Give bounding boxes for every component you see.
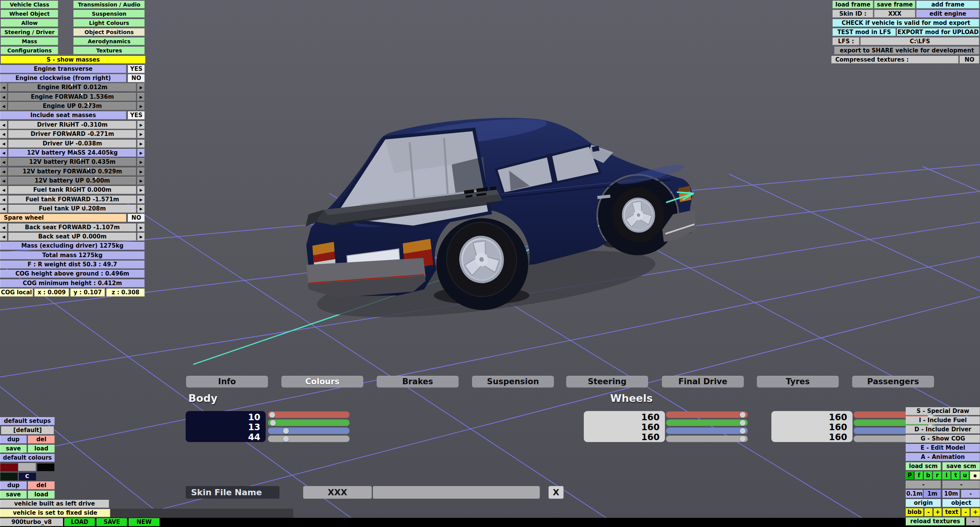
grid-size-1m-active[interactable]: 1m [924, 490, 941, 498]
body-extra-slider[interactable] [268, 436, 350, 442]
menu-suspension[interactable]: Suspension [74, 10, 145, 18]
blob-button[interactable]: blob [906, 508, 923, 516]
colour-dup-button[interactable]: dup [0, 481, 27, 489]
increment-arrow[interactable]: ▶ [137, 168, 145, 176]
menu-transmission-audio[interactable]: Transmission / Audio [74, 1, 145, 8]
tab-steering[interactable]: Steering [566, 376, 648, 388]
decrement-arrow[interactable]: ◀ [0, 102, 7, 110]
view-under-button[interactable]: u [961, 472, 969, 480]
slider-knob[interactable] [270, 420, 276, 426]
animation-button[interactable]: A - Animation [906, 453, 980, 461]
grid-size-0-1m[interactable]: 0.1m [906, 490, 923, 498]
increment-arrow[interactable]: ▶ [137, 158, 145, 166]
view-perspective-button[interactable]: P [906, 472, 914, 480]
load-frame-button[interactable]: load frame [833, 1, 873, 8]
wheels-red-slider[interactable] [666, 411, 748, 418]
grid-size-minus[interactable]: - [961, 490, 980, 498]
menu-textures[interactable]: Textures [74, 47, 145, 54]
tab-final-drive[interactable]: Final Drive [662, 376, 744, 388]
text-minus-button[interactable]: - [962, 508, 970, 516]
special-draw-toggle[interactable]: S - Special Draw [906, 407, 980, 415]
view-front-button[interactable]: f [915, 472, 923, 480]
decrement-arrow[interactable]: ◀ [0, 233, 7, 241]
spinner-track[interactable]: Fuel tank RIGHT 0.000m [8, 186, 136, 194]
decrement-arrow[interactable]: ◀ [0, 186, 7, 194]
fuel-forward-spinner[interactable]: ◀ Fuel tank FORWARD -1.571m ▶ [0, 196, 145, 204]
decrement-arrow[interactable]: ◀ [0, 224, 7, 232]
wheels-colour-swatch[interactable]: 160 160 160 [584, 411, 665, 442]
decrement-arrow[interactable]: ◀ [0, 130, 7, 138]
colour-save-button[interactable]: save [0, 491, 27, 499]
fuel-right-spinner[interactable]: ◀ Fuel tank RIGHT 0.000m ▶ [0, 186, 145, 194]
spinner-track[interactable]: Engine RIGHT 0.012m [8, 83, 136, 91]
minus-button[interactable]: - [906, 481, 941, 489]
body-colour-swatch[interactable]: 10 13 44 [186, 411, 266, 442]
skin-file-input[interactable] [373, 486, 540, 499]
colour-preset-swatch[interactable] [0, 463, 18, 471]
decrement-arrow[interactable]: ◀ [0, 196, 7, 204]
load-vehicle-button[interactable]: LOAD [64, 518, 95, 526]
battery-mass-spinner[interactable]: ◀ 12V battery MASS 24.405kg ▶ [0, 149, 145, 157]
slider-knob[interactable] [740, 420, 746, 426]
slider-knob[interactable] [740, 436, 746, 442]
blob-plus-button[interactable]: + [934, 508, 942, 516]
decrement-arrow[interactable]: ◀ [0, 158, 7, 166]
menu-object-positions-active[interactable]: Object Positions [74, 28, 145, 36]
menu-light-colours[interactable]: Light Colours [74, 19, 145, 27]
include-seat-masses-value[interactable]: YES [128, 111, 145, 119]
spinner-track[interactable]: Driver UP -0.038m [8, 140, 136, 148]
text-plus-button[interactable]: + [971, 508, 980, 516]
spare-wheel-label[interactable]: Spare wheel [0, 214, 126, 222]
edit-engine-button[interactable]: edit engine [916, 10, 979, 18]
tab-info[interactable]: Info [186, 376, 268, 388]
show-cog-toggle[interactable]: G - Show COG [906, 435, 980, 443]
vehicle-file-name[interactable]: 900turbo_v8 [0, 518, 63, 526]
body-blue-slider[interactable] [268, 427, 350, 434]
colour-preset-swatch[interactable] [37, 463, 54, 471]
tab-passengers[interactable]: Passengers [852, 376, 934, 388]
increment-arrow[interactable]: ▶ [137, 205, 145, 213]
origin-button[interactable]: origin [906, 499, 941, 507]
engine-clockwise-label[interactable]: Engine clockwise (from right) [0, 74, 126, 82]
backseat-forward-spinner[interactable]: ◀ Back seat FORWARD -1.107m ▶ [0, 224, 145, 232]
wheels-extra-slider[interactable] [666, 436, 748, 442]
menu-mass[interactable]: Mass [1, 38, 58, 45]
increment-arrow[interactable]: ▶ [137, 186, 145, 194]
view-right-button[interactable]: r [933, 472, 941, 480]
spinner-track[interactable]: Back seat UP 0.000m [8, 233, 136, 241]
decrement-arrow[interactable]: ◀ [0, 205, 7, 213]
setup-dup-button[interactable]: dup [0, 436, 27, 444]
tab-suspension[interactable]: Suspension [472, 376, 554, 388]
setup-save-button[interactable]: save [0, 445, 27, 453]
setup-load-button[interactable]: load [28, 445, 55, 453]
battery-up-spinner[interactable]: ◀ 12V battery UP 0.500m ▶ [0, 177, 145, 185]
add-frame-button[interactable]: add frame [916, 1, 979, 8]
include-driver-toggle[interactable]: D - Include Driver [906, 426, 980, 434]
increment-arrow[interactable]: ▶ [137, 177, 145, 185]
compressed-textures-value[interactable]: NO [960, 56, 979, 64]
text-button[interactable]: text [943, 508, 960, 516]
increment-arrow[interactable]: ▶ [137, 149, 145, 157]
tab-brakes[interactable]: Brakes [377, 376, 459, 388]
skin-file-xxx-button[interactable]: XXX [303, 486, 372, 499]
tab-tyres[interactable]: Tyres [757, 376, 839, 388]
load-scm-button[interactable]: load scm [906, 462, 941, 470]
increment-arrow[interactable]: ▶ [137, 83, 145, 91]
menu-wheel-object[interactable]: Wheel Object [1, 10, 58, 18]
fuel-up-spinner[interactable]: ◀ Fuel tank UP 0.208m ▶ [0, 205, 145, 213]
spinner-track[interactable]: Driver RIGHT -0.310m [8, 121, 136, 129]
setup-del-button[interactable]: del [28, 436, 55, 444]
battery-forward-spinner[interactable]: ◀ 12V battery FORWARD 0.929m ▶ [0, 168, 145, 176]
object-button[interactable]: object [942, 499, 980, 507]
view-dot-button[interactable]: ● [970, 472, 980, 480]
include-seat-masses-label[interactable]: Include seat masses [0, 111, 126, 119]
increment-arrow[interactable]: ▶ [137, 224, 145, 232]
slider-knob[interactable] [283, 436, 289, 442]
decrement-arrow[interactable]: ◀ [0, 93, 7, 101]
slider-knob[interactable] [283, 428, 289, 434]
setup-default-item[interactable]: [default] [1, 426, 54, 434]
skin-id-value[interactable]: XXX [874, 10, 915, 18]
save-scm-button[interactable]: save scm [942, 462, 980, 470]
spinner-track[interactable]: 12V battery FORWARD 0.929m [8, 168, 136, 176]
colour-del-button[interactable]: del [28, 481, 55, 489]
